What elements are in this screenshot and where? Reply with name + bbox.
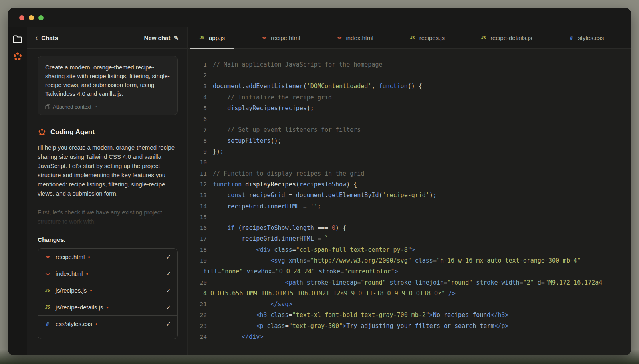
- close-window-button[interactable]: [19, 15, 24, 20]
- line-number: 21: [188, 301, 207, 307]
- code-line: 21 </svg>: [188, 299, 631, 310]
- changed-file-name: recipe.html: [56, 253, 85, 260]
- modified-dot-icon: ●: [88, 255, 90, 259]
- editor-tab-recipe.html[interactable]: <>recipe.html: [250, 27, 311, 48]
- chevron-left-icon: ‹: [35, 34, 38, 41]
- new-chat-button[interactable]: New chat ✎: [144, 34, 179, 42]
- code-line: 3document.addEventListener('DOMContentLo…: [188, 81, 631, 92]
- changed-file-name: index.html: [56, 270, 83, 277]
- code-line: 1// Main application JavaScript for the …: [188, 59, 631, 70]
- line-number: 9: [188, 148, 207, 155]
- chat-panel: ‹ Chats New chat ✎ Create a modern, oran…: [27, 27, 188, 355]
- tab-label: recipes.js: [419, 34, 445, 41]
- changed-file-row[interactable]: JSjs/recipe-details.js●✓: [38, 299, 177, 316]
- js-file-icon: JS: [44, 288, 51, 293]
- new-chat-label: New chat: [144, 34, 171, 41]
- check-icon: ✓: [166, 270, 171, 277]
- agent-message-fading: First, let's check if we have any existi…: [38, 208, 178, 226]
- chats-back-label: Chats: [41, 34, 58, 41]
- code-editor[interactable]: 1// Main application JavaScript for the …: [188, 49, 631, 355]
- html-file-icon: <>: [44, 271, 51, 276]
- code-line: 18 <div class="col-span-full text-center…: [188, 244, 631, 255]
- chat-panel-header: ‹ Chats New chat ✎: [27, 27, 187, 49]
- agent-flower-icon: [12, 51, 23, 62]
- line-number: 15: [188, 214, 207, 220]
- html-file-icon: <>: [336, 35, 342, 40]
- code-line: 2: [188, 70, 631, 81]
- editor-tab-app.js[interactable]: JSapp.js: [188, 27, 236, 48]
- attached-context-toggle[interactable]: Attached context ⌄: [45, 104, 170, 110]
- agent-name: Coding Agent: [50, 128, 95, 136]
- modified-dot-icon: ●: [95, 322, 97, 326]
- code-line: 14 recipeGrid.innerHTML = '';: [188, 201, 631, 212]
- code-line: 12function displayRecipes(recipesToShow)…: [188, 179, 631, 190]
- changed-file-row[interactable]: <>recipe.html●✓: [38, 249, 177, 265]
- changed-file-name: js/recipes.js: [56, 287, 87, 294]
- context-copy-icon: [45, 104, 50, 109]
- agent-flower-icon: [38, 128, 46, 136]
- code-line: 11// Function to display recipes in the …: [188, 168, 631, 179]
- check-icon: ✓: [166, 320, 171, 328]
- chats-back-button[interactable]: ‹ Chats: [35, 34, 58, 42]
- changed-file-row[interactable]: <>index.html●✓: [38, 265, 177, 282]
- app-window: ‹ Chats New chat ✎ Create a modern, oran…: [8, 8, 631, 355]
- tab-label: styles.css: [578, 34, 604, 41]
- check-icon: ✓: [166, 253, 171, 261]
- html-file-icon: <>: [261, 35, 267, 40]
- line-number: 18: [188, 247, 207, 253]
- line-number: 22: [188, 312, 207, 318]
- js-file-icon: JS: [409, 36, 416, 40]
- minimize-window-button[interactable]: [29, 15, 34, 20]
- editor-tab-index.html[interactable]: <>index.html: [325, 27, 384, 48]
- folder-icon: [12, 35, 23, 44]
- html-file-icon: <>: [44, 254, 51, 259]
- fade-overlay: [38, 208, 178, 226]
- code-line: 6: [188, 113, 631, 124]
- code-line: 19 <svg xmlns="http://www.w3.org/2000/sv…: [188, 255, 631, 266]
- editor-tab-styles.css[interactable]: #styles.css: [557, 27, 615, 48]
- line-number: 17: [188, 235, 207, 242]
- line-number: 8: [188, 138, 207, 144]
- code-line: 5 displayRecipes(recipes);: [188, 103, 631, 113]
- user-message-card: Create a modern, orange-themed recipe-sh…: [38, 56, 178, 115]
- changes-list: <>recipe.html●✓<>index.html●✓JSjs/recipe…: [38, 248, 178, 339]
- line-number: 2: [188, 72, 207, 79]
- chevron-down-icon: ⌄: [94, 103, 98, 109]
- changed-file-row[interactable]: JSjs/recipes.js●✓: [38, 282, 177, 299]
- user-message-text: Create a modern, orange-themed recipe-sh…: [45, 63, 170, 98]
- editor-pane: JSapp.js<>recipe.html<>index.htmlJSrecip…: [188, 27, 631, 355]
- agent-header: Coding Agent: [38, 128, 178, 136]
- code-line: 8 setupFilters();: [188, 135, 631, 146]
- line-number: 24: [188, 334, 207, 340]
- changed-file-row[interactable]: #css/styles.css●✓: [38, 316, 177, 332]
- code-line: 4 // Initialize the recipe grid: [188, 92, 631, 103]
- line-number: 1: [188, 61, 207, 68]
- check-icon: ✓: [166, 287, 171, 294]
- code-line: 22 <h3 class="text-xl font-bold text-gra…: [188, 310, 631, 320]
- code-line-wrap: 4 0 015.656 0M9 10h.01M15 10h.01M21 12a9…: [188, 288, 631, 299]
- line-number: 14: [188, 203, 207, 210]
- line-number: 5: [188, 105, 207, 111]
- line-number: 23: [188, 323, 207, 329]
- js-file-icon: JS: [480, 36, 487, 40]
- editor-tab-bar: JSapp.js<>recipe.html<>index.htmlJSrecip…: [188, 27, 631, 49]
- project-panel-button[interactable]: [11, 33, 24, 46]
- zoom-window-button[interactable]: [38, 15, 44, 20]
- line-number: 20: [188, 279, 207, 286]
- line-number: 4: [188, 94, 207, 101]
- css-file-icon: #: [44, 321, 51, 327]
- check-icon: ✓: [166, 304, 171, 311]
- editor-tab-recipe-details.js[interactable]: JSrecipe-details.js: [469, 27, 543, 48]
- code-line: 23 <p class="text-gray-500">Try adjustin…: [188, 320, 631, 331]
- changed-file-name: css/styles.css: [56, 320, 92, 327]
- css-file-icon: #: [568, 35, 574, 41]
- window-titlebar: [8, 8, 631, 27]
- line-number: 7: [188, 127, 207, 133]
- agent-panel-button[interactable]: [11, 50, 24, 63]
- code-line: 13 const recipeGrid = document.getElemen…: [188, 190, 631, 201]
- code-line: 20 <path stroke-linecap="round" stroke-l…: [188, 277, 631, 288]
- code-line: 7 // Set up event listeners for filters: [188, 125, 631, 135]
- line-number: 6: [188, 116, 207, 122]
- line-number: 3: [188, 83, 207, 89]
- editor-tab-recipes.js[interactable]: JSrecipes.js: [398, 27, 456, 48]
